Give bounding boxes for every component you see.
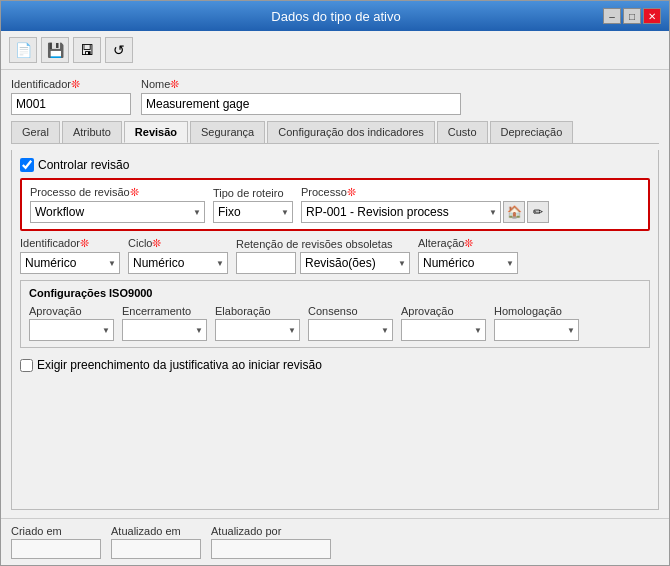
iso-consenso-select[interactable] — [308, 319, 393, 341]
justificativa-checkbox[interactable] — [20, 359, 33, 372]
title-bar: Dados do tipo de ativo – □ ✕ — [1, 1, 669, 31]
atualizado-por-group: Atualizado por — [211, 525, 331, 559]
atualizado-em-group: Atualizado em — [111, 525, 201, 559]
processo-label: Processo❊ — [301, 186, 549, 199]
criado-em-group: Criado em — [11, 525, 101, 559]
iso-encerramento-group: Encerramento — [122, 305, 207, 341]
tipo-roteiro-wrapper: Fixo — [213, 201, 293, 223]
id-name-row: Identificador❊ Nome❊ — [11, 78, 659, 115]
controlar-revisao-checkbox[interactable] — [20, 158, 34, 172]
ciclo-select[interactable]: Numérico — [128, 252, 228, 274]
processo-folder-button[interactable]: 🏠 — [503, 201, 525, 223]
ciclo-group: Ciclo❊ Numérico — [128, 237, 228, 274]
footer: Criado em Atualizado em Atualizado por — [1, 518, 669, 565]
processo-revisao-label: Processo de revisão❊ — [30, 186, 205, 199]
iso-box: Configurações ISO9000 Aprovação Encerram… — [20, 280, 650, 348]
identificador-input[interactable] — [11, 93, 131, 115]
window-controls: – □ ✕ — [603, 8, 661, 24]
atualizado-por-label: Atualizado por — [211, 525, 331, 537]
iso-aprovacao2-group: Aprovação — [401, 305, 486, 341]
processo-revisao-wrapper: Workflow — [30, 201, 205, 223]
tab-seguranca[interactable]: Segurança — [190, 121, 265, 143]
atualizado-em-input[interactable] — [111, 539, 201, 559]
identificador2-group: Identificador❊ Numérico — [20, 237, 120, 274]
criado-em-input[interactable] — [11, 539, 101, 559]
tipo-roteiro-group: Tipo de roteiro Fixo — [213, 187, 293, 223]
justificativa-label: Exigir preenchimento da justificativa ao… — [37, 358, 322, 372]
iso-fields-row: Aprovação Encerramento — [29, 305, 641, 341]
iso-consenso-group: Consenso — [308, 305, 393, 341]
processo-wrapper: RP-001 - Revision process — [301, 201, 501, 223]
justificativa-row: Exigir preenchimento da justificativa ao… — [20, 358, 650, 372]
tab-depreciacao[interactable]: Depreciação — [490, 121, 574, 143]
revision-fields-row: Processo de revisão❊ Workflow Tipo de ro… — [30, 186, 640, 223]
atualizado-por-input[interactable] — [211, 539, 331, 559]
save-button-1[interactable]: 💾 — [41, 37, 69, 63]
window-title: Dados do tipo de ativo — [69, 9, 603, 24]
close-button[interactable]: ✕ — [643, 8, 661, 24]
alteracao-select[interactable]: Numérico — [418, 252, 518, 274]
iso-elaboracao-group: Elaboração — [215, 305, 300, 341]
iso-aprovacao-group: Aprovação — [29, 305, 114, 341]
iso-homologacao-label: Homologação — [494, 305, 579, 317]
main-window: Dados do tipo de ativo – □ ✕ 📄 💾 🖫 ↺ Ide… — [0, 0, 670, 566]
nome-input[interactable] — [141, 93, 461, 115]
identificador-group: Identificador❊ — [11, 78, 131, 115]
content-area: Identificador❊ Nome❊ Geral Atributo Revi… — [1, 70, 669, 518]
ciclo-wrapper: Numérico — [128, 252, 228, 274]
tab-geral[interactable]: Geral — [11, 121, 60, 143]
tab-revisao[interactable]: Revisão — [124, 121, 188, 143]
refresh-button[interactable]: ↺ — [105, 37, 133, 63]
save-button-2[interactable]: 🖫 — [73, 37, 101, 63]
tipo-roteiro-select[interactable]: Fixo — [213, 201, 293, 223]
tabs-row: Geral Atributo Revisão Segurança Configu… — [11, 121, 659, 144]
tab-custo[interactable]: Custo — [437, 121, 488, 143]
iso-encerramento-label: Encerramento — [122, 305, 207, 317]
retencao-unit-wrapper: Revisão(ões) — [300, 252, 410, 274]
processo-revisao-select[interactable]: Workflow — [30, 201, 205, 223]
tab-content-revisao: Controlar revisão Processo de revisão❊ W… — [11, 150, 659, 510]
tipo-roteiro-label: Tipo de roteiro — [213, 187, 293, 199]
retencao-unit-select[interactable]: Revisão(ões) — [300, 252, 410, 274]
retencao-label: Retenção de revisões obsoletas — [236, 238, 410, 250]
nome-label: Nome❊ — [141, 78, 461, 91]
processo-select[interactable]: RP-001 - Revision process — [301, 201, 501, 223]
iso-aprovacao2-select[interactable] — [401, 319, 486, 341]
tab-atributo[interactable]: Atributo — [62, 121, 122, 143]
iso-encerramento-select[interactable] — [122, 319, 207, 341]
iso-aprovacao-label: Aprovação — [29, 305, 114, 317]
retencao-number-input[interactable] — [236, 252, 296, 274]
tab-config-indicadores[interactable]: Configuração dos indicadores — [267, 121, 435, 143]
fields-row2: Identificador❊ Numérico Ciclo❊ — [20, 237, 650, 274]
processo-input-group: RP-001 - Revision process 🏠 ✏ — [301, 201, 549, 223]
toolbar: 📄 💾 🖫 ↺ — [1, 31, 669, 70]
controlar-revisao-label: Controlar revisão — [38, 158, 129, 172]
iso-title: Configurações ISO9000 — [29, 287, 641, 299]
maximize-button[interactable]: □ — [623, 8, 641, 24]
identificador-label: Identificador❊ — [11, 78, 131, 91]
retencao-group: Retenção de revisões obsoletas Revisão(õ… — [236, 238, 410, 274]
criado-em-label: Criado em — [11, 525, 101, 537]
revision-box: Processo de revisão❊ Workflow Tipo de ro… — [20, 178, 650, 231]
alteracao-wrapper: Numérico — [418, 252, 518, 274]
new-button[interactable]: 📄 — [9, 37, 37, 63]
iso-homologacao-select[interactable] — [494, 319, 579, 341]
identificador2-wrapper: Numérico — [20, 252, 120, 274]
iso-aprovacao-select[interactable] — [29, 319, 114, 341]
iso-aprovacao2-label: Aprovação — [401, 305, 486, 317]
alteracao-group: Alteração❊ Numérico — [418, 237, 518, 274]
processo-group: Processo❊ RP-001 - Revision process 🏠 ✏ — [301, 186, 549, 223]
iso-elaboracao-select[interactable] — [215, 319, 300, 341]
processo-edit-button[interactable]: ✏ — [527, 201, 549, 223]
processo-revisao-group: Processo de revisão❊ Workflow — [30, 186, 205, 223]
retencao-inputs: Revisão(ões) — [236, 252, 410, 274]
atualizado-em-label: Atualizado em — [111, 525, 201, 537]
minimize-button[interactable]: – — [603, 8, 621, 24]
iso-consenso-label: Consenso — [308, 305, 393, 317]
iso-elaboracao-label: Elaboração — [215, 305, 300, 317]
iso-homologacao-group: Homologação — [494, 305, 579, 341]
nome-group: Nome❊ — [141, 78, 461, 115]
identificador2-select[interactable]: Numérico — [20, 252, 120, 274]
controlar-revisao-row: Controlar revisão — [20, 158, 650, 172]
